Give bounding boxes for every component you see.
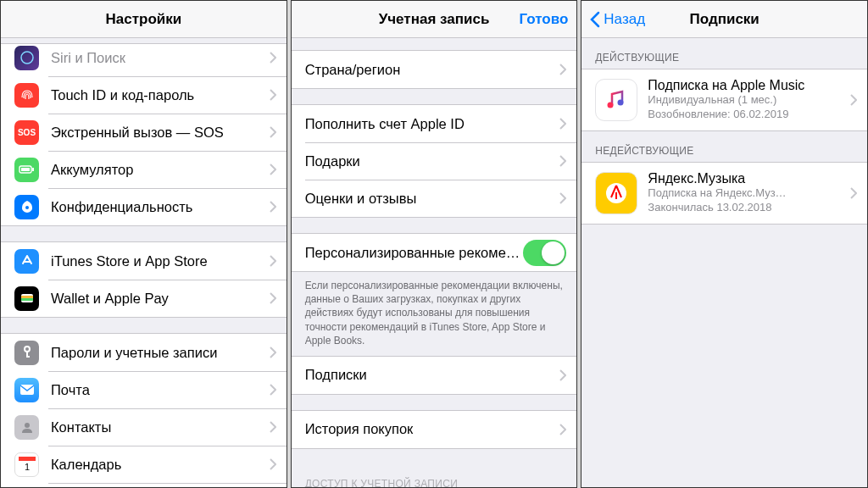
sub-expired: Закончилась 13.02.2018 — [648, 201, 843, 215]
chevron-right-icon — [850, 187, 857, 199]
row-personalized-recs[interactable]: Персонализированные рекоменд… — [292, 234, 577, 271]
row-subscriptions[interactable]: Подписки — [292, 357, 577, 394]
svg-point-0 — [21, 52, 33, 64]
account-pane: Учетная запись Готово Страна/регион Попо… — [291, 0, 578, 488]
apple-music-icon — [595, 79, 637, 121]
row-label: Календарь — [51, 457, 263, 473]
svg-rect-13 — [19, 457, 36, 461]
row-apple-music-sub[interactable]: Подписка на Apple Music Индивидуальная (… — [581, 69, 867, 130]
chevron-right-icon — [270, 201, 276, 213]
account-group-funding: Пополнить счет Apple ID Подарки Оценки и… — [292, 104, 577, 218]
row-gifts[interactable]: Подарки — [292, 142, 577, 180]
subscriptions-list[interactable]: ДЕЙСТВУЮЩИЕ Подписка на Apple Music Инди… — [581, 38, 867, 487]
wallet-icon — [14, 286, 39, 311]
svg-text:1: 1 — [24, 462, 29, 472]
privacy-icon — [14, 195, 39, 219]
row-calendar[interactable]: 1 Календарь — [1, 446, 287, 483]
back-button[interactable]: Назад — [581, 1, 654, 38]
chevron-right-icon — [270, 347, 276, 358]
personalized-footer: Если персонализированные рекомендации вк… — [292, 272, 577, 356]
contacts-icon — [14, 415, 39, 440]
chevron-right-icon — [270, 384, 276, 396]
row-appstore[interactable]: iTunes Store и App Store — [1, 242, 287, 280]
row-privacy[interactable]: Конфиденциальность — [1, 188, 287, 225]
chevron-right-icon — [270, 421, 276, 433]
svg-rect-10 — [26, 356, 30, 358]
sub-details: Яндекс.Музыка Подписка на Яндекс.Муз… За… — [648, 171, 843, 215]
row-label: Touch ID и код-пароль — [51, 87, 263, 103]
chevron-right-icon — [559, 424, 566, 435]
svg-rect-11 — [20, 385, 34, 395]
row-notes[interactable]: Заметки — [1, 483, 287, 487]
navbar-settings: Настройки — [1, 1, 287, 38]
sub-plan: Индивидуальная (1 мес.) — [648, 93, 843, 108]
svg-point-21 — [608, 103, 614, 108]
row-ratings[interactable]: Оценки и отзывы — [292, 180, 577, 217]
row-label: Персонализированные рекоменд… — [305, 245, 524, 261]
row-topup[interactable]: Пополнить счет Apple ID — [292, 105, 577, 142]
appstore-icon — [14, 249, 39, 274]
row-label: iTunes Store и App Store — [51, 253, 263, 269]
battery-icon — [14, 158, 39, 182]
row-sos[interactable]: SOS Экстренный вызов — SOS — [1, 114, 287, 151]
svg-rect-6 — [21, 296, 33, 298]
navbar-account: Учетная запись Готово — [292, 1, 577, 38]
touchid-icon — [14, 83, 39, 108]
svg-rect-3 — [21, 168, 30, 171]
active-group: Подписка на Apple Music Индивидуальная (… — [581, 69, 867, 131]
account-group-history: История покупок — [292, 410, 577, 449]
settings-group-1: Siri и Поиск Touch ID и код-пароль SOS Э… — [1, 43, 287, 226]
sub-title: Подписка на Apple Music — [648, 78, 843, 93]
row-label: Siri и Поиск — [51, 50, 263, 66]
row-label: Пароли и учетные записи — [51, 345, 263, 361]
page-title: Настройки — [105, 11, 181, 28]
sub-details: Подписка на Apple Music Индивидуальная (… — [648, 78, 843, 122]
row-label: Контакты — [51, 419, 263, 435]
chevron-right-icon — [559, 155, 566, 167]
chevron-right-icon — [559, 369, 566, 381]
chevron-right-icon — [850, 94, 857, 106]
row-contacts[interactable]: Контакты — [1, 408, 287, 446]
settings-list[interactable]: Siri и Поиск Touch ID и код-пароль SOS Э… — [1, 38, 287, 487]
mail-icon — [14, 378, 39, 402]
sub-renewal: Возобновление: 06.02.2019 — [648, 108, 843, 122]
personalized-recs-toggle[interactable] — [523, 240, 566, 266]
account-list[interactable]: Страна/регион Пополнить счет Apple ID По… — [292, 38, 577, 487]
done-button[interactable]: Готово — [510, 1, 576, 38]
row-purchase-history[interactable]: История покупок — [292, 411, 577, 448]
row-mail[interactable]: Почта — [1, 371, 287, 408]
inactive-group: Яндекс.Музыка Подписка на Яндекс.Муз… За… — [581, 162, 867, 225]
account-group-region: Страна/регион — [292, 50, 577, 89]
calendar-icon: 1 — [14, 452, 39, 477]
account-group-subs: Подписки — [292, 356, 577, 395]
svg-point-4 — [25, 206, 29, 209]
chevron-right-icon — [270, 126, 276, 138]
row-battery[interactable]: Аккумулятор — [1, 151, 287, 188]
chevron-right-icon — [270, 89, 276, 101]
row-country-region[interactable]: Страна/регион — [292, 51, 577, 88]
chevron-right-icon — [270, 292, 276, 304]
svg-point-12 — [25, 423, 30, 428]
subscriptions-pane: Назад Подписки ДЕЙСТВУЮЩИЕ Подписка на A… — [581, 0, 868, 488]
row-siri[interactable]: Siri и Поиск — [1, 44, 287, 76]
page-title: Учетная запись — [379, 11, 490, 28]
row-label: Подарки — [305, 153, 554, 169]
page-title: Подписки — [690, 11, 760, 28]
row-label: Подписки — [305, 367, 554, 383]
settings-pane: Настройки Siri и Поиск Touch ID и код-па… — [0, 0, 287, 488]
row-label: Аккумулятор — [51, 162, 263, 178]
row-label: История покупок — [305, 421, 554, 437]
chevron-right-icon — [270, 458, 276, 470]
row-touchid[interactable]: Touch ID и код-пароль — [1, 76, 287, 114]
passwords-icon — [14, 341, 39, 365]
row-label: Страна/регион — [305, 62, 554, 78]
row-passwords[interactable]: Пароли и учетные записи — [1, 334, 287, 371]
chevron-right-icon — [270, 255, 276, 267]
svg-rect-7 — [21, 298, 33, 301]
chevron-right-icon — [270, 164, 276, 175]
row-wallet[interactable]: Wallet и Apple Pay — [1, 280, 287, 317]
chevron-right-icon — [559, 64, 566, 75]
active-header: ДЕЙСТВУЮЩИЕ — [581, 38, 867, 69]
row-yandex-music-sub[interactable]: Яндекс.Музыка Подписка на Яндекс.Муз… За… — [581, 163, 867, 224]
sub-plan: Подписка на Яндекс.Муз… — [648, 186, 843, 201]
